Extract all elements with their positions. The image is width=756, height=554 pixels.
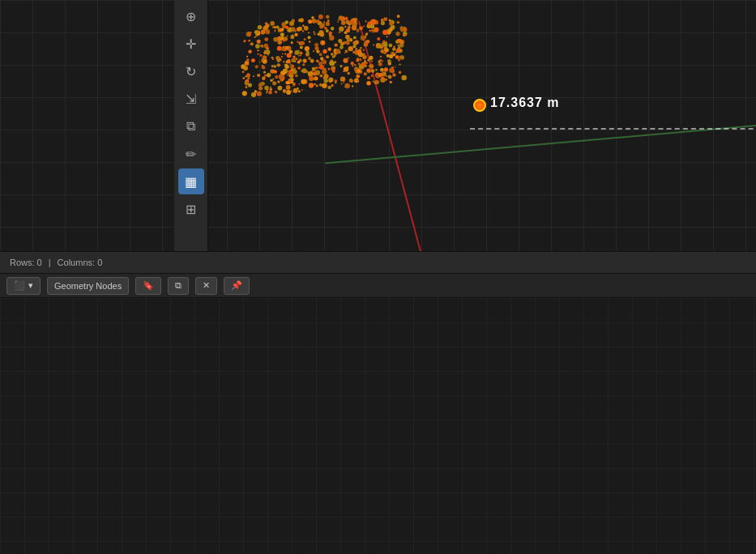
- node-editor-header: ⬛ ▾ Geometry Nodes 🔖 ⧉ ✕ 📌: [0, 274, 756, 298]
- connections-svg: [0, 298, 756, 554]
- transform-tool[interactable]: ⧉: [178, 113, 204, 139]
- annotate-tool[interactable]: ✏: [178, 141, 204, 167]
- pin-button[interactable]: 📌: [224, 277, 250, 295]
- toolbar: ⊕ ✛ ↻ ⇲ ⧉ ✏ ▦ ⊞: [174, 0, 208, 251]
- chevron-down-icon: ▾: [28, 280, 33, 291]
- columns-label: Columns: 0: [58, 258, 103, 267]
- editor-type-icon: ⬛: [14, 280, 25, 291]
- copy-icon: ⧉: [175, 280, 182, 291]
- scale-tool[interactable]: ⇲: [178, 86, 204, 112]
- dashed-measurement-line: [470, 128, 756, 130]
- close-icon: ✕: [203, 280, 210, 291]
- bookmark-button[interactable]: 🔖: [135, 277, 161, 295]
- node-canvas[interactable]: ▾ Group Input Geometry ▾ Position Positi…: [0, 298, 756, 554]
- add-tool[interactable]: ⊞: [178, 196, 204, 222]
- move-tool[interactable]: ✛: [178, 31, 204, 57]
- rows-label: Rows: 0: [10, 258, 42, 267]
- point-cloud: [227, 8, 421, 113]
- pin-icon: 📌: [231, 280, 242, 291]
- measurement-label: 17.3637 m: [490, 96, 560, 110]
- rotate-tool[interactable]: ↻: [178, 58, 204, 84]
- editor-type-button[interactable]: ⬛ ▾: [6, 277, 41, 295]
- node-tree-name-button[interactable]: Geometry Nodes: [47, 277, 129, 295]
- copy-button[interactable]: ⧉: [168, 277, 189, 295]
- status-separator: |: [49, 258, 51, 267]
- node-tree-label: Geometry Nodes: [54, 281, 122, 291]
- viewport[interactable]: 17.3637 m ⊕ ✛ ↻ ⇲ ⧉ ✏ ▦ ⊞: [0, 0, 756, 251]
- measurement-origin-dot: [473, 99, 486, 112]
- measure-tool[interactable]: ▦: [178, 168, 204, 194]
- status-bar: Rows: 0 | Columns: 0: [0, 251, 756, 274]
- cursor-tool[interactable]: ⊕: [178, 3, 204, 29]
- bookmark-icon: 🔖: [143, 280, 154, 291]
- close-nodetree-button[interactable]: ✕: [195, 277, 217, 295]
